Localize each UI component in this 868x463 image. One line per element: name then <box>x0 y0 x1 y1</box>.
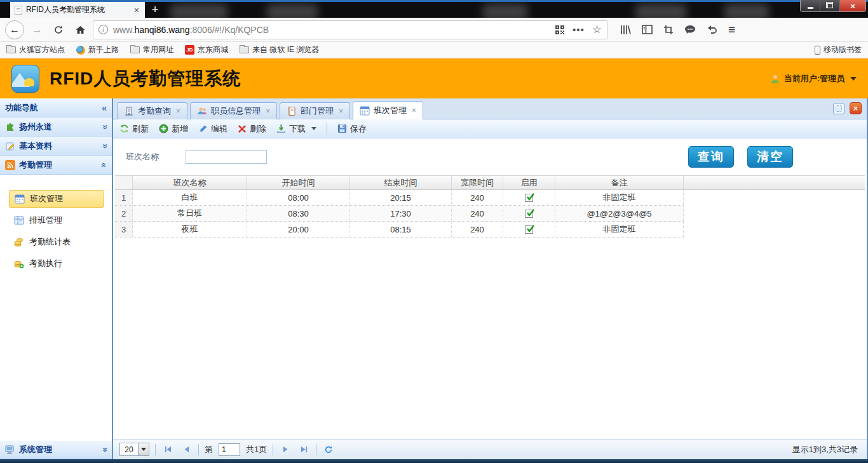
maximize-button[interactable] <box>820 0 840 11</box>
tab-employee-info[interactable]: 职员信息管理 × <box>190 102 277 119</box>
forward-button[interactable]: → <box>28 21 46 39</box>
col-enabled[interactable]: 启用 <box>503 176 555 189</box>
messages-icon[interactable] <box>684 25 696 35</box>
qr-code-icon[interactable] <box>555 25 565 35</box>
save-button[interactable]: 保存 <box>337 123 367 135</box>
chevron-double-down-icon: « <box>99 124 109 130</box>
select-arrow-icon[interactable] <box>139 443 149 456</box>
screen: RFID人员考勤管理系统 × + × ← → i www.hanqi86.wan… <box>0 0 868 463</box>
coins-icon <box>14 237 24 247</box>
tab-attendance-query[interactable]: 考勤查询 × <box>117 102 187 119</box>
site-info-icon[interactable]: i <box>98 25 108 34</box>
enabled-checkbox[interactable] <box>525 225 533 234</box>
col-start-time[interactable]: 开始时间 <box>247 176 350 189</box>
download-caret-icon[interactable] <box>311 127 316 130</box>
table-row[interactable]: 1 白班 08:00 20:15 240 非固定班 <box>115 190 684 206</box>
sidebar-item-schedule-management[interactable]: 排班管理 <box>9 211 104 229</box>
first-page-button[interactable] <box>161 443 174 456</box>
undo-icon[interactable] <box>707 25 717 34</box>
close-tab-icon[interactable]: × <box>266 107 270 116</box>
close-tab-icon[interactable]: × <box>412 106 416 115</box>
reload-icon <box>53 25 64 35</box>
col-grace-time[interactable]: 宽限时间 <box>452 176 503 189</box>
bookmark-star-icon[interactable]: ☆ <box>592 23 602 36</box>
next-page-button[interactable] <box>279 443 292 456</box>
chevron-double-up-icon: « <box>99 163 109 168</box>
desktop-blob <box>635 4 686 18</box>
close-tab-icon[interactable]: × <box>339 107 343 116</box>
sidebar-item-attendance-execute[interactable]: 考勤执行 <box>9 255 104 272</box>
home-button[interactable] <box>71 21 89 39</box>
reload-button[interactable] <box>50 21 67 39</box>
sidebar-panel-basic[interactable]: 基本资料 « <box>0 137 112 156</box>
minimize-button[interactable] <box>801 0 820 11</box>
back-button[interactable]: ← <box>5 20 24 39</box>
bookmark-item[interactable]: 火狐官方站点 <box>6 44 65 55</box>
browser-tab[interactable]: RFID人员考勤管理系统 × <box>10 2 145 18</box>
folder-icon <box>240 46 249 53</box>
desktop-blob <box>724 4 769 18</box>
desktop-blob <box>483 4 527 18</box>
sidebar-item-attendance-statistics[interactable]: 考勤统计表 <box>9 233 104 251</box>
enabled-checkbox[interactable] <box>525 210 533 218</box>
page-size-select[interactable]: 20 <box>119 443 149 456</box>
library-icon[interactable] <box>620 25 631 35</box>
tab-close-icon[interactable]: × <box>133 6 140 15</box>
menu-icon[interactable]: ≡ <box>728 23 735 37</box>
query-button[interactable]: 查询 <box>688 146 734 168</box>
bookmark-item[interactable]: 来自 微软 IE 浏览器 <box>240 44 319 55</box>
maximize-panel-button[interactable] <box>833 103 844 114</box>
page-number-input[interactable] <box>219 443 240 456</box>
url-text[interactable]: www.hanqi86.wang:8006/#!/Kq/KQPCB <box>113 25 550 35</box>
bookmark-item[interactable]: JD京东商城 <box>185 44 228 55</box>
page-actions-icon[interactable]: ••• <box>573 24 585 35</box>
refresh-button[interactable]: 刷新 <box>119 123 149 135</box>
table-row[interactable]: 2 常日班 08:30 17:30 240 @1@2@3@4@5 <box>115 206 684 222</box>
prev-page-button[interactable] <box>180 443 193 456</box>
sidebar-panel-attendance[interactable]: 考勤管理 « <box>0 156 112 175</box>
workspace-tabstrip: 考勤查询 × 职员信息管理 × 部门管理 × 班次管理 × <box>113 98 867 119</box>
desktop-blob <box>267 4 318 18</box>
browser-titlebar: RFID人员考勤管理系统 × + × <box>0 0 868 18</box>
last-page-button[interactable] <box>297 443 310 456</box>
close-tab-icon[interactable]: × <box>176 107 180 116</box>
page-prefix: 第 <box>205 444 213 455</box>
clear-button[interactable]: 清空 <box>747 146 793 168</box>
maximize-icon <box>827 3 833 8</box>
user-icon <box>770 74 780 84</box>
current-user-menu[interactable]: 当前用户:管理员 <box>770 73 857 84</box>
close-button[interactable]: × <box>840 0 865 11</box>
new-tab-button[interactable]: + <box>147 3 163 16</box>
col-end-time[interactable]: 结束时间 <box>350 176 452 189</box>
bookmark-item[interactable]: 新手上路 <box>76 44 119 55</box>
sidebar-panel-system[interactable]: 系统管理 « <box>0 440 112 459</box>
col-remark[interactable]: 备注 <box>555 176 684 189</box>
sidebars-icon[interactable] <box>642 25 653 34</box>
shift-name-input[interactable] <box>186 150 267 164</box>
download-button[interactable]: 下载 <box>276 123 316 135</box>
col-shift-name[interactable]: 班次名称 <box>133 176 247 189</box>
chevron-down-icon <box>850 77 857 81</box>
mobile-bookmarks[interactable]: 移动版书签 <box>815 44 862 55</box>
collapse-sidebar-icon[interactable]: « <box>102 103 107 113</box>
add-button[interactable]: 新增 <box>159 123 188 135</box>
reload-grid-button[interactable] <box>322 443 335 456</box>
close-panel-button[interactable]: × <box>850 102 862 114</box>
content-area: 考勤查询 × 职员信息管理 × 部门管理 × 班次管理 × <box>113 98 868 459</box>
current-user-label: 当前用户:管理员 <box>784 73 844 84</box>
table-row[interactable]: 3 夜班 20:00 08:15 240 非固定班 <box>115 222 684 238</box>
enabled-checkbox[interactable] <box>525 194 533 202</box>
sidebar-panel-yangzhou[interactable]: 扬州永道 « <box>0 117 112 137</box>
address-bar[interactable]: i www.hanqi86.wang:8006/#!/Kq/KQPCB ••• … <box>93 20 607 39</box>
tab-department[interactable]: 部门管理 × <box>280 102 350 119</box>
command-toolbar: 刷新 新增 编辑 删除 下载 <box>113 119 867 138</box>
delete-button[interactable]: 删除 <box>238 123 266 135</box>
tab-shift-management[interactable]: 班次管理 × <box>353 101 423 119</box>
screenshot-icon[interactable] <box>663 25 674 35</box>
jd-icon: JD <box>185 45 194 55</box>
bookmarks-bar: 火狐官方站点 新手上路 常用网址 JD京东商城 来自 微软 IE 浏览器 移动版… <box>0 42 868 58</box>
col-rownum <box>115 176 133 189</box>
bookmark-item[interactable]: 常用网址 <box>130 44 173 55</box>
edit-button[interactable]: 编辑 <box>198 123 227 135</box>
sidebar-item-shift-management[interactable]: 班次管理 <box>9 190 104 208</box>
